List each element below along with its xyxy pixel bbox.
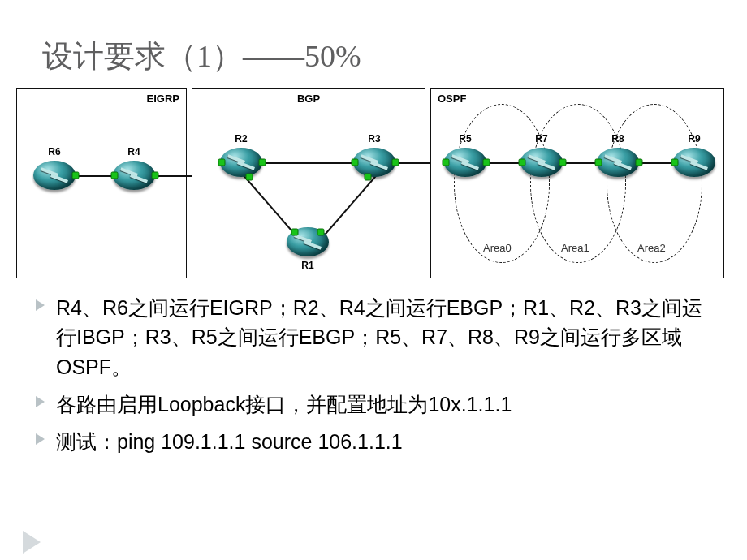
area2-ellipse [607,104,702,263]
eigrp-label: EIGRP [147,93,179,105]
slide-title: 设计要求（1）——50% [0,0,747,77]
router-icon [113,161,155,190]
port-icon [218,159,226,166]
bullet-icon [36,299,45,311]
eigrp-box: EIGRP R6 R4 [16,88,187,278]
port-icon [443,159,450,166]
router-r9-label: R9 [688,133,700,144]
ospf-box: OSPF Area0 Area1 Area2 R5 R7 R8 R9 [430,88,724,278]
port-icon [595,159,602,166]
port-icon [671,159,679,166]
router-icon [33,161,76,190]
router-r9: R9 [673,148,715,177]
port-icon [559,159,567,166]
port-icon [246,174,253,181]
router-icon [353,148,395,177]
bullet-3-text: 测试：ping 109.1.1.1 source 106.1.1.1 [56,427,403,456]
bullet-icon [36,433,45,445]
area1-label: Area1 [561,242,589,254]
port-icon [519,159,526,166]
area0-label: Area0 [483,242,512,254]
slide-tab-icon [23,531,41,554]
router-r7-label: R7 [535,133,547,144]
bullet-1: R4、R6之间运行EIGRP；R2、R4之间运行EBGP；R1、R2、R3之间运… [36,293,715,381]
router-r3-label: R3 [368,133,380,144]
router-r2-label: R2 [235,133,247,144]
port-icon [352,159,359,166]
port-icon [259,159,266,166]
link-ospf-bus [464,162,691,164]
router-r8: R8 [597,148,639,177]
bullet-2-text: 各路由启用Loopback接口，并配置地址为10x.1.1.1 [56,390,512,419]
port-icon [483,159,490,166]
router-icon [444,148,486,177]
router-icon [220,148,262,177]
router-r4-label: R4 [127,146,140,157]
router-r2: R2 [220,148,262,177]
bullet-2: 各路由启用Loopback接口，并配置地址为10x.1.1.1 [36,390,715,419]
router-r7: R7 [520,148,563,177]
bgp-label: BGP [297,93,320,105]
router-icon [673,148,715,177]
router-r5-label: R5 [459,133,471,144]
port-icon [152,172,159,179]
bgp-box: BGP R2 R3 R1 [192,88,425,278]
bullet-1-text: R4、R6之间运行EIGRP；R2、R4之间运行EBGP；R1、R2、R3之间运… [56,293,715,381]
link-r2-r3 [259,162,358,164]
router-icon [597,148,639,177]
router-r4: R4 [113,161,155,190]
router-r1-label: R1 [301,260,313,271]
bullet-list: R4、R6之间运行EIGRP；R2、R4之间运行EBGP；R1、R2、R3之间运… [36,293,715,456]
port-icon [291,229,299,236]
area2-label: Area2 [637,242,666,254]
ospf-label: OSPF [438,93,466,105]
bullet-3: 测试：ping 109.1.1.1 source 106.1.1.1 [36,427,715,456]
bullet-icon [36,396,45,407]
port-icon [636,159,643,166]
router-r3: R3 [353,148,395,177]
port-icon [72,172,80,179]
port-icon [317,229,325,236]
router-r5: R5 [444,148,486,177]
port-icon [392,159,399,166]
router-r6: R6 [33,161,76,190]
network-diagram: EIGRP R6 R4 BGP R2 R3 R1 [16,88,731,278]
router-r8-label: R8 [611,133,624,144]
router-icon [520,148,563,177]
port-icon [365,174,372,181]
router-r6-label: R6 [48,146,60,157]
port-icon [111,172,119,179]
